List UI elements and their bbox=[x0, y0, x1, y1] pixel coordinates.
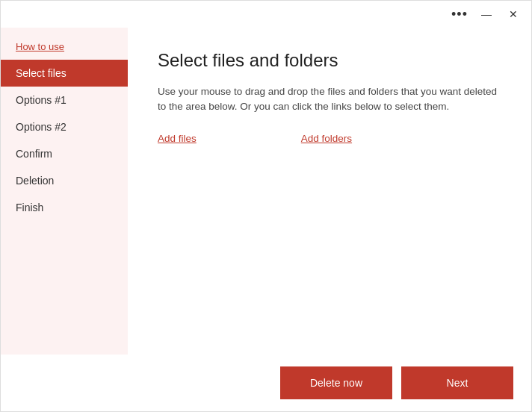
sidebar-item-options-1[interactable]: Options #1 bbox=[1, 87, 128, 113]
add-files-link[interactable]: Add files bbox=[158, 133, 197, 144]
more-options-button[interactable]: ••• bbox=[448, 4, 471, 25]
drop-area[interactable]: Add files Add folders bbox=[158, 130, 501, 340]
add-links: Add files Add folders bbox=[158, 133, 501, 144]
sidebar-item-select-files[interactable]: Select files bbox=[1, 60, 128, 87]
add-folders-link[interactable]: Add folders bbox=[301, 133, 352, 144]
sidebar-item-finish[interactable]: Finish bbox=[1, 194, 128, 221]
close-button[interactable]: ✕ bbox=[501, 4, 525, 25]
sidebar: How to use Select files Options #1 Optio… bbox=[1, 28, 128, 355]
sidebar-item-how-to-use[interactable]: How to use bbox=[1, 34, 128, 60]
content-area: How to use Select files Options #1 Optio… bbox=[1, 28, 531, 355]
window: ••• — ✕ How to use Select files Options … bbox=[0, 0, 532, 412]
page-title: Select files and folders bbox=[158, 50, 501, 71]
footer: Delete now Next bbox=[1, 355, 531, 411]
main-content: Select files and folders Use your mouse … bbox=[128, 28, 531, 355]
minimize-button[interactable]: — bbox=[474, 4, 498, 25]
sidebar-item-deletion[interactable]: Deletion bbox=[1, 167, 128, 194]
delete-now-button[interactable]: Delete now bbox=[280, 366, 392, 399]
title-bar-controls: ••• — ✕ bbox=[448, 4, 525, 25]
next-button[interactable]: Next bbox=[401, 366, 513, 399]
description-text: Use your mouse to drag and drop the file… bbox=[158, 84, 501, 115]
sidebar-item-confirm[interactable]: Confirm bbox=[1, 140, 128, 167]
title-bar: ••• — ✕ bbox=[1, 1, 531, 28]
sidebar-item-options-2[interactable]: Options #2 bbox=[1, 113, 128, 140]
